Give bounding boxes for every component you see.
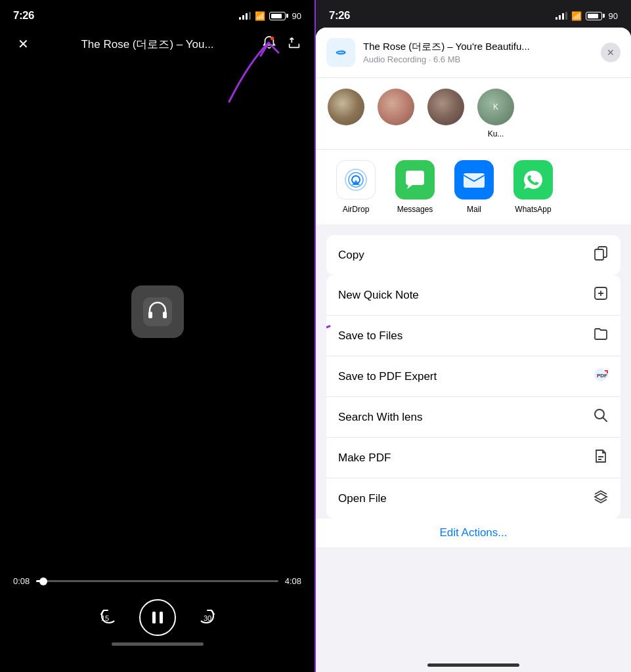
share-file-title: The Rose (더로즈) – You're Beautifu... (363, 41, 593, 53)
action-list: Copy New Quick Note (316, 230, 631, 658)
svg-point-0 (271, 36, 274, 40)
make-pdf-action[interactable]: Make PDF (326, 438, 620, 478)
copy-icon (593, 245, 609, 264)
forward-button[interactable]: 30 (196, 605, 217, 631)
contact-item[interactable] (426, 89, 466, 138)
right-status-icons: 📶 90 (555, 11, 618, 21)
playback-controls: 15 30 (13, 599, 301, 636)
battery-icon (269, 12, 288, 20)
progress-track[interactable] (36, 580, 278, 582)
battery-percent: 90 (292, 11, 301, 21)
avatar (328, 89, 364, 125)
contact-item[interactable] (376, 89, 416, 138)
messages-label: Messages (397, 205, 433, 214)
mail-icon (454, 160, 494, 200)
whatsapp-icon (513, 160, 553, 200)
svg-rect-1 (143, 297, 172, 326)
left-status-bar: 7:26 📶 90 (0, 0, 315, 28)
signal-icon (239, 12, 251, 20)
left-title: The Rose (더로즈) – You... (39, 37, 255, 52)
layers-icon (593, 489, 609, 508)
open-file-label: Open File (338, 492, 387, 505)
whatsapp-label: WhatsApp (515, 205, 551, 214)
apps-row: AirDrop Messages Mail (316, 150, 631, 230)
total-time: 4:08 (285, 576, 301, 586)
share-file-subtitle: Audio Recording · 6.6 MB (363, 54, 593, 64)
folder-icon (593, 326, 609, 345)
right-battery-icon (586, 12, 605, 20)
search-with-lens-label: Search With lens (338, 411, 423, 424)
home-indicator-left (112, 642, 204, 646)
copy-label: Copy (338, 249, 364, 262)
progress-thumb (39, 578, 47, 585)
search-with-lens-action[interactable]: Search With lens (326, 397, 620, 438)
progress-area: 0:08 4:08 (13, 576, 301, 586)
svg-rect-5 (152, 612, 156, 623)
share-file-info: The Rose (더로즈) – You're Beautifu... Audi… (363, 41, 593, 64)
svg-rect-14 (595, 249, 603, 260)
right-time: 7:26 (329, 9, 350, 22)
messages-app[interactable]: Messages (385, 160, 445, 214)
left-content (0, 60, 315, 563)
contact-item[interactable] (326, 89, 366, 138)
share-sheet: The Rose (더로즈) – You're Beautifu... Audi… (316, 28, 631, 672)
contact-item[interactable]: K Ku... (476, 89, 515, 138)
top-icons (262, 35, 301, 53)
share-close-button[interactable]: ✕ (601, 43, 620, 62)
airdrop-icon (336, 160, 376, 200)
left-time: 7:26 (13, 9, 34, 22)
contact-name: Ku... (488, 129, 504, 138)
right-signal-icon (555, 12, 567, 20)
pdf-expert-icon: PDF (593, 367, 609, 386)
mail-label: Mail (467, 205, 481, 214)
purple-arrow-2 (326, 320, 333, 352)
right-battery-percent: 90 (609, 11, 618, 21)
left-panel: 7:26 📶 90 ✕ The Rose (더로즈) – You... (0, 0, 316, 672)
current-time: 0:08 (13, 576, 30, 586)
left-bottom: 0:08 4:08 15 (0, 563, 315, 672)
avatar (378, 89, 414, 125)
copy-section: Copy (326, 235, 620, 275)
edit-actions-label: Edit Actions... (440, 526, 508, 539)
contacts-row: K Ku... (316, 78, 631, 150)
svg-rect-2 (148, 312, 152, 318)
quick-note-action[interactable]: New Quick Note (326, 275, 620, 316)
svg-rect-6 (160, 612, 163, 623)
home-indicator-right (427, 663, 519, 667)
quick-note-section: New Quick Note Save to Files (326, 275, 620, 518)
svg-text:PDF: PDF (597, 373, 607, 379)
avatar: K (477, 89, 514, 125)
save-to-files-action[interactable]: Save to Files (326, 316, 620, 356)
search-icon (593, 408, 609, 427)
headphone-icon (131, 285, 184, 338)
left-status-icons: 📶 90 (239, 11, 301, 21)
mail-app[interactable]: Mail (445, 160, 504, 214)
quick-note-label: New Quick Note (338, 289, 419, 302)
save-to-files-label: Save to Files (338, 329, 403, 343)
save-to-pdf-action[interactable]: Save to PDF Expert PDF (326, 356, 620, 397)
open-file-action[interactable]: Open File (326, 478, 620, 518)
close-button[interactable]: ✕ (13, 34, 33, 54)
whatsapp-app[interactable]: WhatsApp (504, 160, 563, 214)
save-to-pdf-label: Save to PDF Expert (338, 370, 437, 383)
share-button[interactable] (287, 35, 301, 53)
rewind-button[interactable]: 15 (98, 605, 120, 631)
airdrop-app[interactable]: AirDrop (326, 160, 385, 214)
edit-actions[interactable]: Edit Actions... (316, 518, 631, 547)
right-wifi-icon: 📶 (571, 11, 582, 21)
share-header: The Rose (더로즈) – You're Beautifu... Audi… (316, 28, 631, 78)
quick-note-icon (593, 285, 609, 304)
bell-icon[interactable] (262, 35, 276, 53)
audio-file-icon (326, 38, 355, 67)
svg-rect-3 (163, 312, 167, 318)
make-pdf-label: Make PDF (338, 452, 391, 465)
wifi-icon: 📶 (255, 11, 265, 21)
left-top-bar: ✕ The Rose (더로즈) – You... (0, 28, 315, 60)
right-status-bar: 7:26 📶 90 (316, 0, 631, 28)
copy-action[interactable]: Copy (326, 235, 620, 275)
airdrop-label: AirDrop (343, 205, 370, 214)
avatar (427, 89, 464, 125)
messages-icon (395, 160, 435, 200)
right-panel: 7:26 📶 90 (316, 0, 631, 672)
play-pause-button[interactable] (139, 599, 176, 636)
